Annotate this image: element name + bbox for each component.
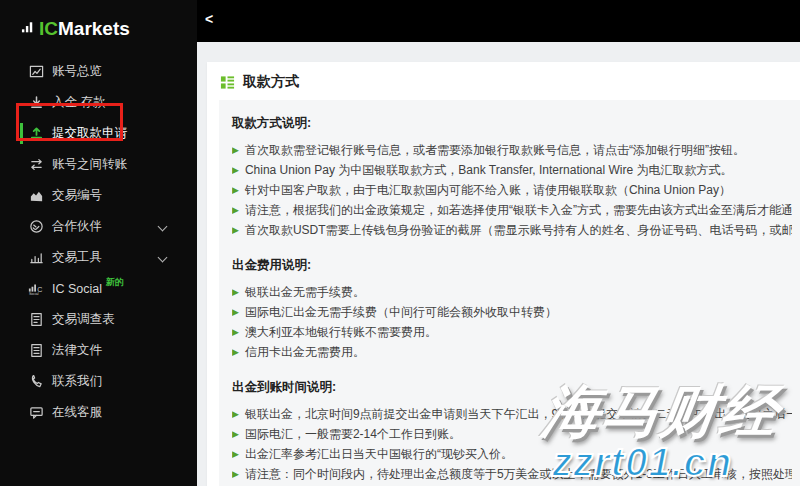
bullet-text: 国际电汇，一般需要2-14个工作日到账。 (245, 427, 461, 442)
bullet-text: 出金汇率参考汇出日当天中国银行的“现钞买入价。 (245, 447, 513, 462)
logo-text-markets: Markets (58, 18, 130, 40)
logo-text-ic: IC (39, 18, 58, 40)
contact-icon (28, 374, 44, 390)
sidebar-item-trading-tools[interactable]: 交易工具 (0, 242, 197, 273)
bullet-arrow-icon: ▶ (232, 305, 239, 320)
sidebar-item-label: 交易调查表 (52, 311, 115, 328)
logo-bars-icon (21, 19, 36, 38)
sidebar-item-label: 账号之间转账 (52, 156, 127, 173)
bullet-text: 银联出金无需手续费。 (245, 285, 365, 300)
sidebar-item-survey[interactable]: 交易调查表 (0, 304, 197, 335)
sidebar-item-label: 交易编号 (52, 187, 102, 204)
sidebar-item-transfer[interactable]: 账号之间转账 (0, 149, 197, 180)
sidebar-item-contact[interactable]: 联系我们 (0, 366, 197, 397)
sidebar-item-label: 交易工具 (52, 249, 102, 266)
info-section: 出金费用说明:▶银联出金无需手续费。▶国际电汇出金无需手续费（中间行可能会额外收… (232, 258, 792, 360)
bullet-arrow-icon: ▶ (232, 183, 239, 198)
bullet-arrow-icon: ▶ (232, 223, 239, 238)
ic-social-icon: CSocial (28, 281, 44, 297)
bullet-item: ▶信用卡出金无需费用。 (232, 345, 792, 360)
card-header: 取款方式 (207, 62, 800, 100)
sidebar-item-account-overview[interactable]: 账号总览 (0, 56, 197, 87)
sidebar: IC Markets 账号总览入金 存款提交取款申请账号之间转账交易编号合作伙伴… (0, 0, 197, 486)
new-badge: 新的 (106, 276, 124, 289)
trade-number-icon (28, 188, 44, 204)
bullet-text: 首次取款需登记银行账号信息，或者需要添加银行取款账号信息，请点击“添加银行明细”… (245, 143, 745, 158)
bullet-arrow-icon: ▶ (232, 325, 239, 340)
live-chat-icon (28, 405, 44, 421)
bullet-arrow-icon: ▶ (232, 163, 239, 178)
section-heading: 出金费用说明: (232, 258, 792, 273)
watermark-line2: zzrt01.cn (552, 440, 732, 485)
sidebar-item-partners[interactable]: 合作伙伴 (0, 211, 197, 242)
ic-markets-logo[interactable]: IC Markets (0, 0, 197, 40)
bullet-text: 针对中国客户取款，由于电汇取款国内可能不给入账，请使用银联取款（China Un… (245, 183, 731, 198)
bullet-item: ▶澳大利亚本地银行转账不需要费用。 (232, 325, 792, 340)
sidebar-item-ic-social[interactable]: CSocialIC Social新的 (0, 273, 197, 304)
sidebar-item-trade-number[interactable]: 交易编号 (0, 180, 197, 211)
trading-tools-icon (28, 250, 44, 266)
bullet-text: 首次取款USDT需要上传钱包身份验证的截屏（需显示账号持有人的姓名、身份证号码、… (245, 223, 792, 238)
bullet-item: ▶首次取款需登记银行账号信息，或者需要添加银行取款账号信息，请点击“添加银行明细… (232, 143, 792, 158)
bullet-item: ▶China Union Pay 为中国银联取款方式，Bank Transfer… (232, 163, 792, 178)
page-title: 取款方式 (243, 73, 299, 91)
bullet-text: China Union Pay 为中国银联取款方式，Bank Transfer,… (245, 163, 732, 178)
bullet-arrow-icon: ▶ (232, 467, 239, 482)
bullet-text: 信用卡出金无需费用。 (245, 345, 365, 360)
bullet-arrow-icon: ▶ (232, 203, 239, 218)
sidebar-collapse-icon[interactable]: < (205, 11, 213, 27)
annotation-red-box (16, 103, 123, 141)
chevron-down-icon (158, 222, 168, 232)
topbar: < (197, 0, 800, 42)
sidebar-item-label: 合作伙伴 (52, 218, 102, 235)
section-heading: 取款方式说明: (232, 116, 792, 131)
svg-text:Social: Social (29, 292, 39, 296)
partners-icon (28, 219, 44, 235)
sidebar-item-label: 账号总览 (52, 63, 102, 80)
info-section: 取款方式说明:▶首次取款需登记银行账号信息，或者需要添加银行取款账号信息，请点击… (232, 116, 792, 238)
bullet-text: 国际电汇出金无需手续费（中间行可能会额外收取中转费） (245, 305, 557, 320)
sidebar-item-label: 联系我们 (52, 373, 102, 390)
sidebar-item-label: IC Social (52, 282, 102, 296)
bullet-arrow-icon: ▶ (232, 447, 239, 462)
list-icon (220, 75, 235, 90)
account-overview-icon (28, 64, 44, 80)
bullet-item: ▶银联出金无需手续费。 (232, 285, 792, 300)
bullet-arrow-icon: ▶ (232, 143, 239, 158)
bullet-arrow-icon: ▶ (232, 345, 239, 360)
bullet-item: ▶国际电汇出金无需手续费（中间行可能会额外收取中转费） (232, 305, 792, 320)
sidebar-item-legal-docs[interactable]: 法律文件 (0, 335, 197, 366)
transfer-icon (28, 157, 44, 173)
bullet-arrow-icon: ▶ (232, 407, 239, 422)
sidebar-item-label: 法律文件 (52, 342, 102, 359)
bullet-item: ▶针对中国客户取款，由于电汇取款国内可能不给入账，请使用银联取款（China U… (232, 183, 792, 198)
chevron-down-icon (158, 253, 168, 263)
bullet-text: 澳大利亚本地银行转账不需要费用。 (245, 325, 437, 340)
bullet-arrow-icon: ▶ (232, 285, 239, 300)
sidebar-item-live-chat[interactable]: 在线客服 (0, 397, 197, 428)
bullet-item: ▶请注意，根据我们的出金政策规定，如若选择使用“银联卡入金”方式，需要先由该方式… (232, 203, 792, 218)
bullet-text: 请注意，根据我们的出金政策规定，如若选择使用“银联卡入金”方式，需要先由该方式出… (245, 203, 792, 218)
bullet-arrow-icon: ▶ (232, 427, 239, 442)
bullet-item: ▶首次取款USDT需要上传钱包身份验证的截屏（需显示账号持有人的姓名、身份证号码… (232, 223, 792, 238)
legal-docs-icon (28, 343, 44, 359)
survey-icon (28, 312, 44, 328)
sidebar-item-label: 在线客服 (52, 404, 102, 421)
